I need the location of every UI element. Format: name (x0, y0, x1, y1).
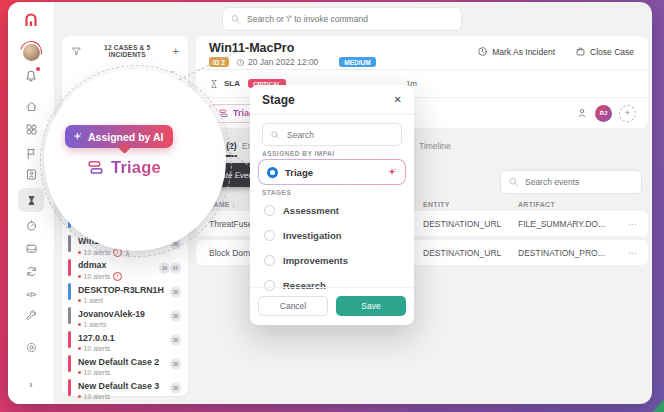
nav-inbox-icon[interactable] (18, 236, 44, 260)
radio-icon[interactable] (264, 255, 275, 266)
alert-dot (78, 323, 81, 326)
severity-bar (68, 355, 71, 372)
section-label-assigned: ASSIGNED BY IMPAI (262, 150, 402, 157)
column-header-artifact[interactable]: ARTIFACT (518, 201, 555, 208)
clock-icon (236, 58, 245, 67)
list-item[interactable]: New Default Case 3 10 alerts JN (62, 376, 188, 399)
avatar: JN (169, 333, 182, 346)
app-window: </> › 12 CASES & 5 INCIDENTS + ⌄ (8, 2, 652, 404)
stage-search-input[interactable] (263, 125, 401, 146)
sort-arrow-down-icon: ↓ (232, 201, 236, 208)
assignee-person-icon[interactable] (576, 107, 588, 119)
ai-stage-callout: Assigned by AI Triage (44, 69, 226, 251)
page-title: Win11-MacPro (209, 41, 294, 55)
save-button[interactable]: Save (336, 296, 406, 316)
event-entity: DESTINATION_URL (423, 219, 501, 229)
assignee-avatar[interactable]: RJ (595, 105, 612, 122)
profile-avatar[interactable] (18, 40, 44, 64)
nav-cases-icon[interactable] (18, 117, 44, 141)
mark-as-incident-button[interactable]: Mark As Incident (477, 46, 555, 57)
sparkle-icon (387, 167, 397, 177)
modal-title: Stage (262, 93, 394, 107)
nav-timer-icon[interactable] (18, 213, 44, 237)
add-assignee-button[interactable]: + (619, 105, 636, 122)
close-case-button[interactable]: Close Case (575, 46, 634, 57)
hourglass-icon (209, 79, 219, 89)
triage-stack-icon (87, 159, 104, 176)
event-artifact: FILE_SUMMARY.DO... (518, 219, 605, 229)
avatar: JN (169, 381, 182, 394)
alert-dot (78, 371, 81, 374)
callout-stage-label: Triage (111, 158, 161, 177)
severity-bar (68, 235, 71, 252)
command-search[interactable] (222, 7, 462, 31)
nav-sync-icon[interactable] (18, 259, 44, 283)
icon-rail: </> › (8, 2, 55, 404)
row-menu-icon[interactable]: ⋯ (628, 219, 638, 229)
stage-search[interactable] (262, 123, 402, 146)
severity-bar (68, 379, 71, 396)
column-header-entity[interactable]: ENTITY (423, 201, 450, 208)
alert-dot (78, 299, 81, 302)
avatar: AF (169, 261, 182, 274)
avatar: JN (169, 309, 182, 322)
severity-bar (68, 307, 71, 324)
radio-icon[interactable] (264, 230, 275, 241)
row-menu-icon[interactable]: ⋯ (628, 248, 638, 258)
close-icon[interactable]: ✕ (394, 94, 402, 105)
nav-tools-wrench-icon[interactable] (18, 303, 44, 327)
command-search-input[interactable] (223, 8, 461, 30)
notifications-bell-icon[interactable] (18, 64, 44, 88)
search-icon (270, 130, 280, 140)
brand-logo-icon[interactable] (18, 8, 44, 32)
list-item[interactable]: JovanovAlek-19 1 alerts JN (62, 304, 188, 327)
callout-stage: Triage (44, 158, 226, 177)
alert-dot (78, 275, 81, 278)
briefcase-icon (575, 46, 586, 57)
list-item[interactable]: ddmax 10 alerts ! JNAF (62, 256, 188, 279)
radio-selected-icon[interactable] (267, 167, 278, 178)
severity-badge: MEDIUM (339, 57, 375, 67)
sla-label: SLA (224, 79, 240, 88)
search-icon (508, 177, 519, 188)
tab-timeline[interactable]: Timeline (419, 141, 451, 155)
frame-corner-accent (650, 396, 664, 412)
severity-bar (68, 283, 71, 300)
radio-icon[interactable] (264, 205, 275, 216)
stage-option[interactable]: Investigation (250, 223, 414, 248)
avatar (23, 44, 40, 61)
severity-bar (68, 331, 71, 348)
search-icon (230, 14, 241, 25)
cancel-button[interactable]: Cancel (258, 296, 328, 316)
severity-bar (68, 259, 71, 276)
cases-count-label: 12 CASES & 5 INCIDENTS (86, 44, 169, 58)
event-artifact: DESTINATION_PRO... (518, 248, 605, 258)
events-search[interactable] (500, 170, 642, 194)
case-date: 20 Jan 2022 12:00 (236, 57, 318, 67)
section-label-stages: STAGES (262, 189, 402, 196)
stage-option-selected[interactable]: Triage (258, 159, 406, 185)
stage-option[interactable]: Improvements (250, 248, 414, 273)
nav-sla-hourglass-icon[interactable] (18, 188, 44, 212)
clock-icon (477, 46, 488, 57)
stage-option-label: Triage (285, 167, 380, 178)
alert-dot (78, 395, 81, 398)
stage-modal: Stage ✕ ASSIGNED BY IMPAI Triage STAGES … (250, 85, 414, 325)
filter-funnel-icon[interactable] (71, 46, 82, 57)
events-search-input[interactable] (501, 171, 641, 193)
rail-expand-chevron-icon[interactable]: › (18, 372, 44, 396)
nav-settings-gear-icon[interactable] (18, 335, 44, 359)
notification-dot (36, 67, 40, 71)
list-item[interactable]: New Default Case 2 10 alerts JN (62, 352, 188, 375)
nav-home-icon[interactable] (18, 94, 44, 118)
avatar: JN (169, 285, 182, 298)
add-case-button[interactable]: + (173, 46, 179, 56)
cases-panel-header: 12 CASES & 5 INCIDENTS + (62, 36, 188, 63)
sparkle-icon (72, 131, 83, 142)
list-item[interactable]: 127.0.0.1 10 alerts JN (62, 328, 188, 351)
list-item[interactable]: DESKTOP-R3LRN1H 1 alert JN (62, 280, 188, 303)
event-entity: DESTINATION_URL (423, 248, 501, 258)
stage-option[interactable]: Assessment (250, 198, 414, 223)
avatar: JN (169, 357, 182, 370)
alert-dot (78, 347, 81, 350)
